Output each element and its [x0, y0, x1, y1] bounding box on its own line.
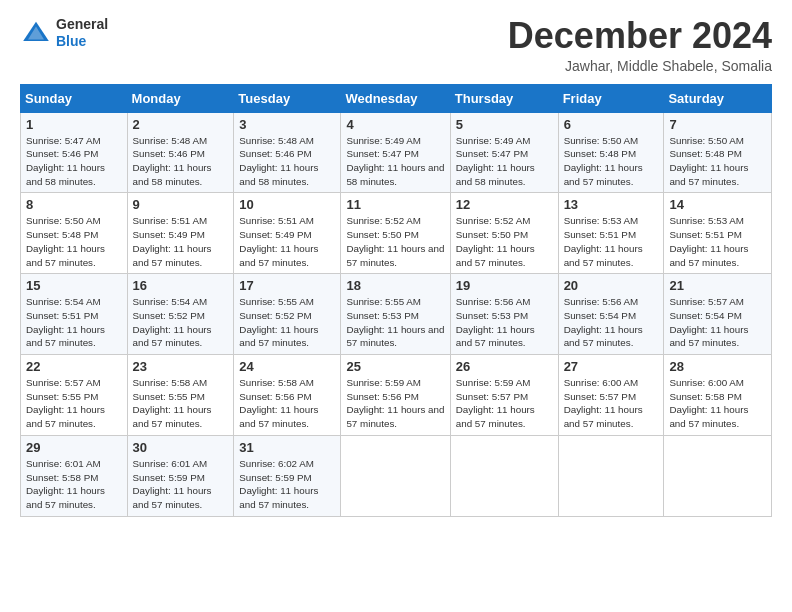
day-info-24: Sunrise: 5:58 AM Sunset: 5:56 PM Dayligh…	[239, 376, 335, 431]
day-number-2: 2	[133, 117, 229, 132]
col-wednesday: Wednesday	[341, 84, 450, 112]
day-info-27: Sunrise: 6:00 AM Sunset: 5:57 PM Dayligh…	[564, 376, 659, 431]
day-cell-19: 19 Sunrise: 5:56 AM Sunset: 5:53 PM Dayl…	[450, 274, 558, 355]
day-number-31: 31	[239, 440, 335, 455]
day-cell-30: 30 Sunrise: 6:01 AM Sunset: 5:59 PM Dayl…	[127, 435, 234, 516]
empty-cell	[558, 435, 664, 516]
day-number-8: 8	[26, 197, 122, 212]
calendar-week: 29 Sunrise: 6:01 AM Sunset: 5:58 PM Dayl…	[21, 435, 772, 516]
calendar-body: 1 Sunrise: 5:47 AM Sunset: 5:46 PM Dayli…	[21, 112, 772, 516]
day-number-18: 18	[346, 278, 444, 293]
col-thursday: Thursday	[450, 84, 558, 112]
day-info-20: Sunrise: 5:56 AM Sunset: 5:54 PM Dayligh…	[564, 295, 659, 350]
day-info-28: Sunrise: 6:00 AM Sunset: 5:58 PM Dayligh…	[669, 376, 766, 431]
day-info-19: Sunrise: 5:56 AM Sunset: 5:53 PM Dayligh…	[456, 295, 553, 350]
day-cell-21: 21 Sunrise: 5:57 AM Sunset: 5:54 PM Dayl…	[664, 274, 772, 355]
day-cell-15: 15 Sunrise: 5:54 AM Sunset: 5:51 PM Dayl…	[21, 274, 128, 355]
day-cell-3: 3 Sunrise: 5:48 AM Sunset: 5:46 PM Dayli…	[234, 112, 341, 193]
day-number-3: 3	[239, 117, 335, 132]
day-cell-26: 26 Sunrise: 5:59 AM Sunset: 5:57 PM Dayl…	[450, 355, 558, 436]
day-info-13: Sunrise: 5:53 AM Sunset: 5:51 PM Dayligh…	[564, 214, 659, 269]
logo: General Blue	[20, 16, 108, 50]
day-cell-18: 18 Sunrise: 5:55 AM Sunset: 5:53 PM Dayl…	[341, 274, 450, 355]
day-info-4: Sunrise: 5:49 AM Sunset: 5:47 PM Dayligh…	[346, 134, 444, 189]
day-cell-11: 11 Sunrise: 5:52 AM Sunset: 5:50 PM Dayl…	[341, 193, 450, 274]
day-cell-12: 12 Sunrise: 5:52 AM Sunset: 5:50 PM Dayl…	[450, 193, 558, 274]
day-cell-16: 16 Sunrise: 5:54 AM Sunset: 5:52 PM Dayl…	[127, 274, 234, 355]
day-info-10: Sunrise: 5:51 AM Sunset: 5:49 PM Dayligh…	[239, 214, 335, 269]
day-info-26: Sunrise: 5:59 AM Sunset: 5:57 PM Dayligh…	[456, 376, 553, 431]
day-info-25: Sunrise: 5:59 AM Sunset: 5:56 PM Dayligh…	[346, 376, 444, 431]
day-cell-28: 28 Sunrise: 6:00 AM Sunset: 5:58 PM Dayl…	[664, 355, 772, 436]
day-info-9: Sunrise: 5:51 AM Sunset: 5:49 PM Dayligh…	[133, 214, 229, 269]
day-number-12: 12	[456, 197, 553, 212]
day-cell-31: 31 Sunrise: 6:02 AM Sunset: 5:59 PM Dayl…	[234, 435, 341, 516]
day-number-19: 19	[456, 278, 553, 293]
day-number-28: 28	[669, 359, 766, 374]
day-number-29: 29	[26, 440, 122, 455]
day-cell-7: 7 Sunrise: 5:50 AM Sunset: 5:48 PM Dayli…	[664, 112, 772, 193]
day-cell-10: 10 Sunrise: 5:51 AM Sunset: 5:49 PM Dayl…	[234, 193, 341, 274]
day-number-9: 9	[133, 197, 229, 212]
title-area: December 2024 Jawhar, Middle Shabele, So…	[508, 16, 772, 74]
day-info-3: Sunrise: 5:48 AM Sunset: 5:46 PM Dayligh…	[239, 134, 335, 189]
month-title: December 2024	[508, 16, 772, 56]
logo-general: General	[56, 16, 108, 33]
col-saturday: Saturday	[664, 84, 772, 112]
col-tuesday: Tuesday	[234, 84, 341, 112]
col-friday: Friday	[558, 84, 664, 112]
day-info-29: Sunrise: 6:01 AM Sunset: 5:58 PM Dayligh…	[26, 457, 122, 512]
day-cell-4: 4 Sunrise: 5:49 AM Sunset: 5:47 PM Dayli…	[341, 112, 450, 193]
day-number-20: 20	[564, 278, 659, 293]
day-number-6: 6	[564, 117, 659, 132]
day-number-15: 15	[26, 278, 122, 293]
day-number-27: 27	[564, 359, 659, 374]
day-cell-14: 14 Sunrise: 5:53 AM Sunset: 5:51 PM Dayl…	[664, 193, 772, 274]
day-cell-5: 5 Sunrise: 5:49 AM Sunset: 5:47 PM Dayli…	[450, 112, 558, 193]
calendar-header: Sunday Monday Tuesday Wednesday Thursday…	[21, 84, 772, 112]
day-cell-17: 17 Sunrise: 5:55 AM Sunset: 5:52 PM Dayl…	[234, 274, 341, 355]
empty-cell	[341, 435, 450, 516]
day-number-7: 7	[669, 117, 766, 132]
day-number-1: 1	[26, 117, 122, 132]
day-cell-27: 27 Sunrise: 6:00 AM Sunset: 5:57 PM Dayl…	[558, 355, 664, 436]
calendar-week: 15 Sunrise: 5:54 AM Sunset: 5:51 PM Dayl…	[21, 274, 772, 355]
day-info-21: Sunrise: 5:57 AM Sunset: 5:54 PM Dayligh…	[669, 295, 766, 350]
day-number-26: 26	[456, 359, 553, 374]
day-info-1: Sunrise: 5:47 AM Sunset: 5:46 PM Dayligh…	[26, 134, 122, 189]
header: General Blue December 2024 Jawhar, Middl…	[20, 16, 772, 74]
day-cell-24: 24 Sunrise: 5:58 AM Sunset: 5:56 PM Dayl…	[234, 355, 341, 436]
location: Jawhar, Middle Shabele, Somalia	[508, 58, 772, 74]
day-cell-2: 2 Sunrise: 5:48 AM Sunset: 5:46 PM Dayli…	[127, 112, 234, 193]
day-info-31: Sunrise: 6:02 AM Sunset: 5:59 PM Dayligh…	[239, 457, 335, 512]
day-info-18: Sunrise: 5:55 AM Sunset: 5:53 PM Dayligh…	[346, 295, 444, 350]
day-number-4: 4	[346, 117, 444, 132]
day-number-25: 25	[346, 359, 444, 374]
day-info-14: Sunrise: 5:53 AM Sunset: 5:51 PM Dayligh…	[669, 214, 766, 269]
header-row: Sunday Monday Tuesday Wednesday Thursday…	[21, 84, 772, 112]
empty-cell	[664, 435, 772, 516]
day-info-16: Sunrise: 5:54 AM Sunset: 5:52 PM Dayligh…	[133, 295, 229, 350]
day-number-14: 14	[669, 197, 766, 212]
day-number-17: 17	[239, 278, 335, 293]
day-number-11: 11	[346, 197, 444, 212]
day-cell-9: 9 Sunrise: 5:51 AM Sunset: 5:49 PM Dayli…	[127, 193, 234, 274]
logo-blue: Blue	[56, 33, 108, 50]
day-number-16: 16	[133, 278, 229, 293]
day-cell-29: 29 Sunrise: 6:01 AM Sunset: 5:58 PM Dayl…	[21, 435, 128, 516]
day-number-21: 21	[669, 278, 766, 293]
day-info-30: Sunrise: 6:01 AM Sunset: 5:59 PM Dayligh…	[133, 457, 229, 512]
logo-text: General Blue	[56, 16, 108, 50]
day-number-22: 22	[26, 359, 122, 374]
day-number-30: 30	[133, 440, 229, 455]
day-cell-22: 22 Sunrise: 5:57 AM Sunset: 5:55 PM Dayl…	[21, 355, 128, 436]
day-info-22: Sunrise: 5:57 AM Sunset: 5:55 PM Dayligh…	[26, 376, 122, 431]
logo-icon	[20, 17, 52, 49]
day-info-23: Sunrise: 5:58 AM Sunset: 5:55 PM Dayligh…	[133, 376, 229, 431]
day-cell-6: 6 Sunrise: 5:50 AM Sunset: 5:48 PM Dayli…	[558, 112, 664, 193]
empty-cell	[450, 435, 558, 516]
day-cell-25: 25 Sunrise: 5:59 AM Sunset: 5:56 PM Dayl…	[341, 355, 450, 436]
day-info-12: Sunrise: 5:52 AM Sunset: 5:50 PM Dayligh…	[456, 214, 553, 269]
day-number-24: 24	[239, 359, 335, 374]
day-number-23: 23	[133, 359, 229, 374]
